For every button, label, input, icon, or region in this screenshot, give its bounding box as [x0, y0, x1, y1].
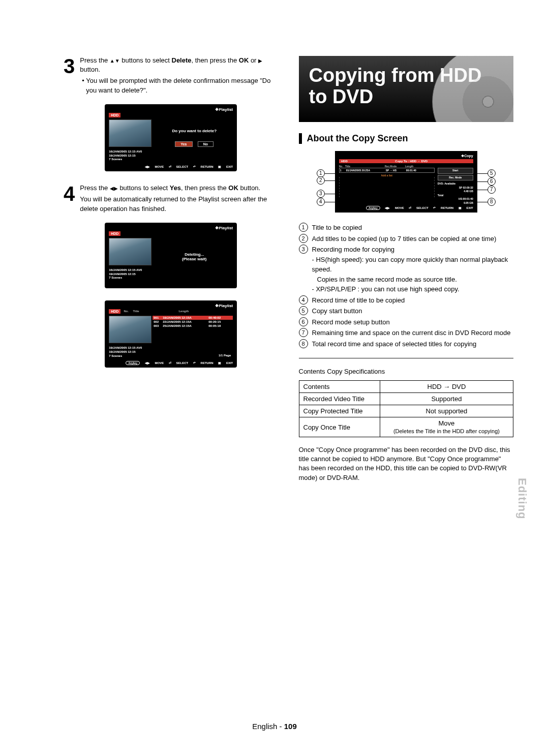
cell: 25/JAN/2005 12:15A: [163, 324, 208, 327]
text: button.: [80, 66, 100, 73]
cell: 00:20:15: [208, 320, 228, 323]
total-hs: HS:00:01:40: [438, 197, 473, 201]
delete-prompt: Do you want to delete?: [156, 129, 233, 133]
table-row[interactable]: 003 25/JAN/2005 12:15A 00:05:18: [152, 324, 233, 328]
right-column: Copying from HDD to DVD About the Copy S…: [299, 56, 514, 482]
text: MOVE: [155, 165, 164, 168]
screenshot-delete-confirm: Playlist HDD 16/JAN/2005 12:15 AV0 19/JA…: [105, 104, 237, 171]
no-button[interactable]: No: [198, 141, 214, 147]
text: 16/JAN/2005 12:15 AV0: [109, 268, 142, 271]
callout-7: 7: [487, 186, 496, 194]
text: SELECT: [416, 206, 429, 209]
text: (Please wait): [156, 257, 233, 261]
callout-6: 6: [487, 177, 496, 186]
text: button.: [238, 184, 260, 192]
thumbnail-image: [109, 316, 151, 343]
step-3-body: Press the buttons to select Delete, then…: [80, 56, 278, 95]
thumbnail-image: [109, 119, 151, 147]
text: MOVE: [395, 206, 404, 209]
title-box: Copying from HDD to DVD: [299, 56, 514, 122]
th: HDD → DVD: [380, 381, 513, 393]
col-title: Title: [133, 310, 178, 313]
ss-info: 19/JAN/2005 12:15 AV0 19/JAN/2005 12:15 …: [109, 346, 151, 358]
up-icon: [110, 56, 115, 64]
anykey-pill: Anykey: [366, 206, 380, 210]
callout-5: 5: [487, 169, 496, 177]
divider: [299, 358, 514, 358]
text: MOVE: [155, 361, 164, 365]
yes-button[interactable]: Yes: [175, 141, 192, 147]
thumbnail-image: [109, 238, 151, 265]
col-length: Length: [178, 310, 198, 313]
text: EXIT: [466, 206, 473, 209]
text: EXIT: [226, 361, 233, 365]
table-row[interactable]: 002 22/JAN/2005 12:15A 00:20:15: [152, 320, 233, 324]
legend-8: Total record time and space of selected …: [312, 339, 477, 349]
text: 19/JAN/2005 12:15 AV0: [109, 346, 142, 349]
text: - XP/SP/LP/EP : you can not use high spe…: [312, 285, 460, 293]
deleting-status: Deleting... (Please wait): [156, 252, 233, 261]
text: 7 Scenes: [109, 276, 122, 279]
rec-mode-button[interactable]: Rec. Mode: [438, 175, 473, 181]
td: Recorded Video Title: [299, 393, 380, 405]
text: Deleting...: [156, 252, 233, 257]
ss-info: 16/JAN/2005 12:15 AV0 19/JAN/2005 12:15 …: [109, 150, 151, 162]
hdd-badge: HDD: [109, 113, 120, 117]
step-number: 3: [64, 56, 75, 76]
cell: SP → HS: [386, 169, 406, 172]
callout-8: 8: [487, 198, 496, 206]
cell: 1: [340, 169, 346, 172]
spec-title: Contents Copy Specifications: [299, 368, 514, 375]
table-row[interactable]: 001 19/JAN/2005 12:15A 00:40:02: [152, 316, 233, 320]
text: buttons to select: [118, 184, 170, 192]
text: 19/JAN/2005 12:15: [109, 273, 135, 276]
ss-footer: ◀▶ MOVE ⏎ SELECT ↶ RETURN ▣ EXIT: [109, 165, 233, 168]
footer-page: 109: [284, 722, 297, 731]
ss-head: Copy: [339, 154, 473, 158]
text: RETURN: [441, 206, 453, 209]
step-4: 4 Press the buttons to select Yes, then …: [64, 184, 279, 214]
left-column: 3 Press the buttons to select Delete, th…: [64, 56, 279, 482]
text: Recording mode for copying: [312, 246, 395, 253]
td: Copy Protected Title: [299, 405, 380, 417]
ss-head: Playlist: [109, 107, 233, 112]
down-icon: [115, 56, 120, 64]
legend-1: Title to be copied: [312, 223, 362, 233]
left-icon: [110, 184, 114, 192]
start-button[interactable]: Start: [438, 168, 473, 174]
step-3: 3 Press the buttons to select Delete, th…: [64, 56, 279, 95]
ss-head: Playlist: [109, 226, 233, 230]
copy-row[interactable]: 1 01/JAN/2005 20:25A SP → HS 00:01:40: [339, 168, 435, 173]
text: or: [249, 56, 258, 64]
text: buttons to select: [120, 56, 172, 64]
legend-list: 1Title to be copied 2Add titles to be co…: [299, 223, 514, 349]
step-4-after: You will be automatically returned to th…: [80, 195, 278, 213]
callout-3: 3: [317, 190, 325, 198]
page-footer: English - 109: [0, 722, 549, 731]
text: You will be prompted with the delete con…: [86, 77, 270, 94]
screenshot-playlist-result: Playlist HDD No. Title Length 19/JAN/200…: [105, 300, 237, 368]
note-text: Once "Copy Once programme" has been reco…: [299, 445, 514, 482]
page-indicator: 1/1 Page: [219, 354, 231, 357]
text: SELECT: [176, 361, 189, 365]
right-icon: [258, 56, 262, 64]
footer-lang: English -: [252, 722, 284, 731]
text: - HS(high speed): you can copy more quic…: [312, 256, 508, 274]
step-4-body: Press the buttons to select Yes, then pr…: [80, 184, 278, 214]
copy-screen-diagram: 1 2 3 4 5 6 7 8 Copy HDD Copy To : HDD →…: [335, 151, 477, 213]
callout-2: 2: [317, 176, 325, 185]
step-3-bullet: • You will be prompted with the delete c…: [86, 76, 278, 95]
col-no: No.: [124, 310, 133, 313]
total-label: Total: [438, 194, 473, 198]
copy-screen-mock: Copy HDD Copy To : HDD → DVD No. Title R…: [335, 151, 477, 213]
text: 16/JAN/2005 12:15 AV0: [109, 150, 142, 153]
side-tab-editing: Editing: [515, 478, 529, 520]
step-number: 4: [64, 184, 75, 204]
ss-footer: Anykey ◀▶ MOVE ⏎ SELECT ↶ RETURN ▣ EXIT: [339, 206, 473, 209]
dvd-sp: SP 02:00:32: [438, 186, 473, 190]
anykey-pill: Anykey: [126, 361, 140, 365]
legend-3: Recording mode for copying - HS(high spe…: [312, 245, 514, 294]
legend-4: Record time of title to be copied: [312, 295, 405, 306]
cell: 00:01:40: [406, 169, 423, 172]
text: Press the: [80, 56, 110, 64]
